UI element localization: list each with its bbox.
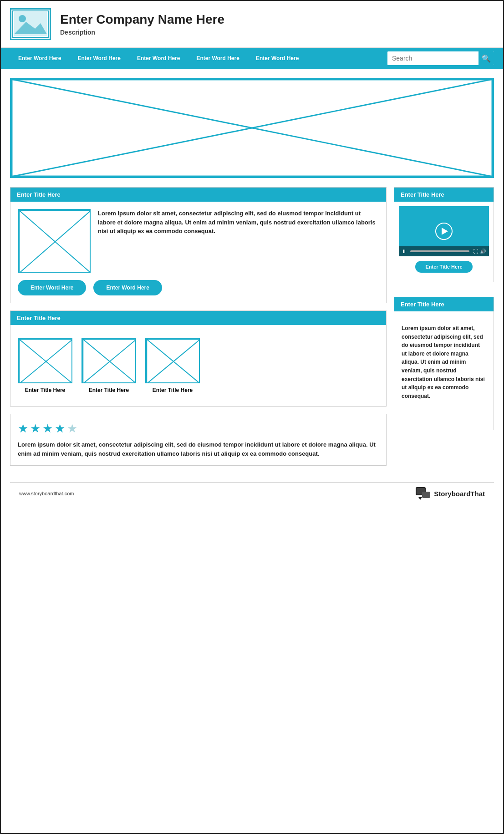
gallery-img-3 xyxy=(145,338,200,383)
rating-card: ★ ★ ★ ★ ★ Lorem ipsum dolor sit amet, co… xyxy=(10,414,387,466)
gallery-label-3: Enter Title Here xyxy=(153,387,193,393)
rating-text: Lorem ipsum dolor sit amet, consectetur … xyxy=(18,440,379,458)
right-text-card: Enter Title Here Lorem ipsum dolor sit a… xyxy=(394,297,494,430)
navbar: Enter Word Here Enter Word Here Enter Wo… xyxy=(1,48,503,69)
left-top-image xyxy=(18,209,91,273)
gallery-item-3: Enter Title Here xyxy=(145,338,200,393)
left-column: Enter Title Here Lorem ipsum dolor sit a… xyxy=(10,187,387,473)
hero-banner xyxy=(10,78,494,178)
video-body: ⏸ ⛶ 🔊 Enter Title Here xyxy=(394,202,494,282)
gallery-label-1: Enter Title Here xyxy=(25,387,65,393)
gallery-card: Enter Title Here Enter Title Her xyxy=(10,310,387,407)
video-title: Enter Title Here xyxy=(394,188,494,202)
gallery-item-2: Enter Title Here xyxy=(81,338,136,393)
svg-point-2 xyxy=(19,15,26,22)
volume-icon: 🔊 xyxy=(480,249,486,254)
main-content: Enter Title Here Lorem ipsum dolor sit a… xyxy=(1,69,503,514)
company-description: Description xyxy=(60,29,224,36)
left-top-body: Lorem ipsum dolor sit amet, consectetur … xyxy=(10,202,386,303)
svg-marker-22 xyxy=(418,497,422,500)
gallery-row: Enter Title Here Enter Title Here xyxy=(18,332,379,399)
svg-rect-23 xyxy=(422,492,430,498)
star-2: ★ xyxy=(30,422,41,436)
left-top-text: Lorem ipsum dolor sit amet, consectetur … xyxy=(98,209,379,273)
gallery-title: Enter Title Here xyxy=(10,311,386,325)
footer: www.storyboardthat.com StoryboardThat xyxy=(10,482,494,504)
fullscreen-icon: ⛶ xyxy=(473,249,478,254)
gallery-label-2: Enter Title Here xyxy=(89,387,129,393)
right-body-text: Lorem ipsum dolor sit amet, consectetur … xyxy=(402,324,486,400)
nav-link-2[interactable]: Enter Word Here xyxy=(69,48,128,69)
search-input[interactable] xyxy=(387,51,479,65)
nav-link-5[interactable]: Enter Word Here xyxy=(248,48,307,69)
star-3: ★ xyxy=(42,422,53,436)
footer-brand: StoryboardThat xyxy=(416,487,485,500)
star-1: ★ xyxy=(18,422,28,436)
progress-bar xyxy=(410,250,469,252)
star-4: ★ xyxy=(55,422,65,436)
left-top-title: Enter Title Here xyxy=(10,188,386,202)
left-btn-2[interactable]: Enter Word Here xyxy=(93,280,162,295)
video-cta-button[interactable]: Enter Title Here xyxy=(415,261,472,273)
header-title-block: Enter Company Name Here Description xyxy=(60,12,224,36)
navbar-links: Enter Word Here Enter Word Here Enter Wo… xyxy=(10,48,387,69)
storyboardthat-icon xyxy=(416,487,430,500)
search-box: 🔍 xyxy=(387,51,494,65)
content-row: Lorem ipsum dolor sit amet, consectetur … xyxy=(18,209,379,273)
nav-link-4[interactable]: Enter Word Here xyxy=(188,48,247,69)
right-column: Enter Title Here ⏸ ⛶ 🔊 Enter Title Here xyxy=(394,187,494,473)
gallery-img-1 xyxy=(18,338,72,383)
pause-icon: ⏸ xyxy=(402,249,407,254)
gallery-body: Enter Title Here Enter Title Here xyxy=(10,325,386,406)
footer-brand-name: StoryboardThat xyxy=(434,490,485,498)
company-name: Enter Company Name Here xyxy=(60,12,224,27)
right-text-title: Enter Title Here xyxy=(394,297,494,311)
btn-row: Enter Word Here Enter Word Here xyxy=(18,280,379,295)
nav-link-1[interactable]: Enter Word Here xyxy=(10,48,69,69)
company-logo xyxy=(10,8,51,40)
rating-stars: ★ ★ ★ ★ ★ xyxy=(18,422,379,436)
video-player[interactable]: ⏸ ⛶ 🔊 xyxy=(399,206,489,256)
right-text-body: Lorem ipsum dolor sit amet, consectetur … xyxy=(394,311,494,430)
two-column-layout: Enter Title Here Lorem ipsum dolor sit a… xyxy=(10,187,494,473)
gallery-img-2 xyxy=(81,338,136,383)
gallery-item-1: Enter Title Here xyxy=(18,338,72,393)
header: Enter Company Name Here Description xyxy=(1,1,503,48)
nav-link-3[interactable]: Enter Word Here xyxy=(129,48,188,69)
video-controls: ⏸ ⛶ 🔊 xyxy=(399,246,489,256)
left-top-card: Enter Title Here Lorem ipsum dolor sit a… xyxy=(10,187,387,303)
search-button[interactable]: 🔍 xyxy=(479,51,494,65)
search-icon: 🔍 xyxy=(482,54,491,63)
video-btn-row: Enter Title Here xyxy=(399,256,489,277)
video-card: Enter Title Here ⏸ ⛶ 🔊 Enter Title Here xyxy=(394,187,494,282)
footer-url: www.storyboardthat.com xyxy=(19,491,74,496)
video-play-button[interactable] xyxy=(435,223,453,240)
rating-body: ★ ★ ★ ★ ★ Lorem ipsum dolor sit amet, co… xyxy=(10,414,386,465)
star-5: ★ xyxy=(67,422,77,436)
left-btn-1[interactable]: Enter Word Here xyxy=(18,280,86,295)
